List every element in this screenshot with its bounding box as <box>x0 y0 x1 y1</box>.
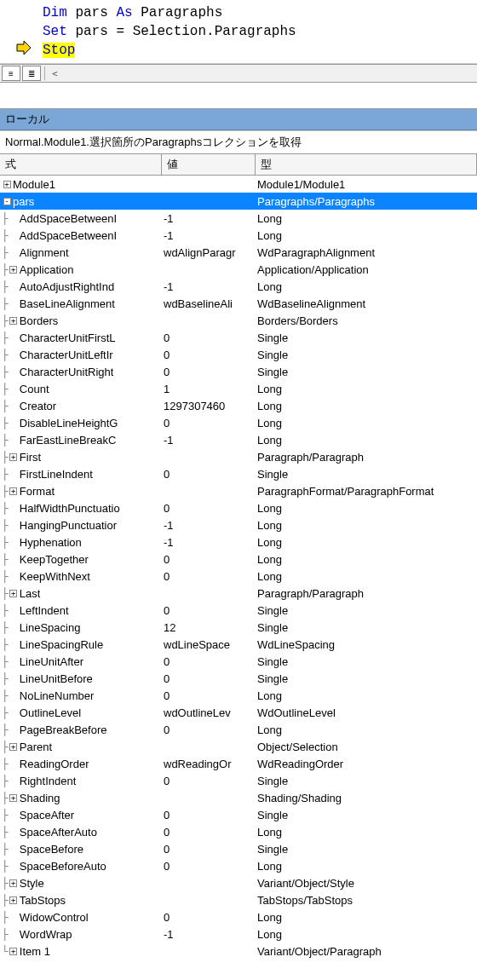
locals-row[interactable]: ├LineSpacingRulewdLineSpaceWdLineSpacing <box>0 636 477 653</box>
expand-icon[interactable]: + <box>9 879 19 887</box>
spacer <box>0 83 477 108</box>
row-type: Long <box>256 689 477 702</box>
row-name: CharacterUnitFirstL <box>20 331 116 344</box>
expand-icon[interactable]: + <box>9 743 19 751</box>
expand-icon[interactable]: + <box>9 948 19 955</box>
locals-row[interactable]: ├LineUnitBefore0Single <box>0 670 477 687</box>
locals-row[interactable]: ├+FirstParagraph/Paragraph <box>0 448 477 465</box>
row-type: Single <box>256 809 477 821</box>
scroll-left-icon[interactable]: < <box>49 68 58 79</box>
locals-row[interactable]: ├CharacterUnitFirstL0Single <box>0 329 477 346</box>
header-expression[interactable]: 式 <box>0 154 162 175</box>
row-value: 0 <box>162 860 256 873</box>
locals-row[interactable]: ├FarEastLineBreakC-1Long <box>0 431 477 448</box>
locals-row[interactable]: ├WidowControl0Long <box>0 908 477 925</box>
row-value: wdOutlineLev <box>162 706 256 719</box>
row-value: wdAlignParagr <box>162 246 256 259</box>
locals-row[interactable]: ├Hyphenation-1Long <box>0 533 477 551</box>
locals-row[interactable]: ├KeepTogether0Long <box>0 551 477 568</box>
row-value: -1 <box>162 434 256 447</box>
row-type: Long <box>256 911 477 924</box>
row-name: OutlineLevel <box>20 706 81 719</box>
row-name: ReadingOrder <box>20 758 89 770</box>
header-type[interactable]: 型 <box>256 154 477 175</box>
locals-row[interactable]: └+Item 1Variant/Object/Paragraph <box>0 943 477 960</box>
locals-row[interactable]: ├SpaceBefore0Single <box>0 840 477 857</box>
locals-row[interactable]: ├OutlineLevelwdOutlineLevWdOutlineLevel <box>0 704 477 721</box>
row-type: Single <box>256 349 477 361</box>
row-name: DisableLineHeightG <box>20 417 118 429</box>
collapse-icon[interactable]: - <box>2 198 12 205</box>
header-value[interactable]: 値 <box>162 154 256 175</box>
expand-icon[interactable]: + <box>2 181 12 188</box>
locals-row[interactable]: ├+BordersBorders/Borders <box>0 312 477 329</box>
locals-row[interactable]: ├PageBreakBefore0Long <box>0 721 477 738</box>
locals-row[interactable]: ├AlignmentwdAlignParagrWdParagraphAlignm… <box>0 244 477 261</box>
locals-row[interactable]: ├AutoAdjustRightInd-1Long <box>0 278 477 295</box>
expand-icon[interactable]: + <box>9 896 19 904</box>
locals-row[interactable]: ├ReadingOrderwdReadingOrWdReadingOrder <box>0 755 477 772</box>
row-value: 0 <box>162 349 256 361</box>
row-type: Single <box>256 331 477 344</box>
locals-row[interactable]: ├Creator1297307460Long <box>0 397 477 414</box>
expand-icon[interactable]: + <box>9 794 19 802</box>
locals-row[interactable]: ├CharacterUnitLeftIr0Single <box>0 346 477 363</box>
locals-row[interactable]: ├KeepWithNext0Long <box>0 568 477 585</box>
row-value: 0 <box>162 570 256 583</box>
locals-row[interactable]: ├WordWrap-1Long <box>0 925 477 943</box>
expand-icon[interactable]: + <box>9 453 19 461</box>
locals-row[interactable]: ├HalfWidthPunctuatio0Long <box>0 499 477 516</box>
locals-row[interactable]: ├AddSpaceBetweenI-1Long <box>0 227 477 244</box>
row-value: 0 <box>162 604 256 617</box>
row-type: Long <box>256 434 477 447</box>
row-type: ParagraphFormat/ParagraphFormat <box>256 485 477 498</box>
view-mode-button-2[interactable]: ≣ <box>22 66 41 81</box>
locals-row[interactable]: ├AddSpaceBetweenI-1Long <box>0 210 477 227</box>
locals-row[interactable]: ├SpaceAfter0Single <box>0 806 477 823</box>
row-value: 1297307460 <box>162 400 256 412</box>
locals-row[interactable]: ├+FormatParagraphFormat/ParagraphFormat <box>0 482 477 499</box>
locals-row[interactable]: -parsParagraphs/Paragraphs <box>0 193 477 210</box>
locals-row[interactable]: ├LineSpacing12Single <box>0 619 477 636</box>
row-name: SpaceBefore <box>20 843 83 856</box>
locals-row[interactable]: ├CharacterUnitRight0Single <box>0 363 477 380</box>
expand-icon[interactable]: + <box>9 266 19 274</box>
code-editor[interactable]: Dim pars As Paragraphs Set pars = Select… <box>0 0 477 64</box>
row-name: Parent <box>20 741 52 753</box>
expand-icon[interactable]: + <box>9 590 19 597</box>
row-name: LeftIndent <box>20 604 69 617</box>
row-value: -1 <box>162 536 256 549</box>
locals-row[interactable]: ├RightIndent0Single <box>0 772 477 789</box>
row-name: KeepWithNext <box>20 570 90 583</box>
toolbar-separator <box>44 66 45 80</box>
row-type: Long <box>256 553 477 566</box>
locals-row[interactable]: ├DisableLineHeightG0Long <box>0 414 477 431</box>
locals-row[interactable]: ├+ParentObject/Selection <box>0 738 477 755</box>
locals-row[interactable]: ├+LastParagraph/Paragraph <box>0 585 477 602</box>
expand-icon[interactable]: + <box>9 317 19 325</box>
locals-row[interactable]: ├BaseLineAlignmentwdBaselineAliWdBaselin… <box>0 295 477 312</box>
locals-row[interactable]: ├SpaceAfterAuto0Long <box>0 823 477 840</box>
locals-row[interactable]: +Module1Module1/Module1 <box>0 176 477 193</box>
row-value: 0 <box>162 331 256 344</box>
locals-row[interactable]: ├NoLineNumber0Long <box>0 687 477 704</box>
locals-row[interactable]: ├+ApplicationApplication/Application <box>0 261 477 278</box>
locals-row[interactable]: ├+StyleVariant/Object/Style <box>0 874 477 891</box>
locals-row[interactable]: ├+TabStopsTabStops/TabStops <box>0 891 477 908</box>
locals-row[interactable]: ├+ShadingShading/Shading <box>0 789 477 806</box>
locals-row[interactable]: ├LineUnitAfter0Single <box>0 653 477 670</box>
locals-row[interactable]: ├LeftIndent0Single <box>0 602 477 619</box>
row-type: Variant/Object/Style <box>256 877 477 890</box>
locals-grid-header: 式 値 型 <box>0 154 477 176</box>
row-type: WdReadingOrder <box>256 758 477 770</box>
row-type: WdLineSpacing <box>256 638 477 651</box>
row-name: Format <box>20 485 55 498</box>
locals-row[interactable]: ├FirstLineIndent0Single <box>0 465 477 482</box>
row-type: Object/Selection <box>256 741 477 753</box>
expand-icon[interactable]: + <box>9 487 19 495</box>
view-mode-button-1[interactable]: ≡ <box>2 66 20 81</box>
row-value: 0 <box>162 672 256 685</box>
locals-row[interactable]: ├HangingPunctuatior-1Long <box>0 516 477 533</box>
locals-row[interactable]: ├Count1Long <box>0 380 477 397</box>
locals-row[interactable]: ├SpaceBeforeAuto0Long <box>0 857 477 874</box>
